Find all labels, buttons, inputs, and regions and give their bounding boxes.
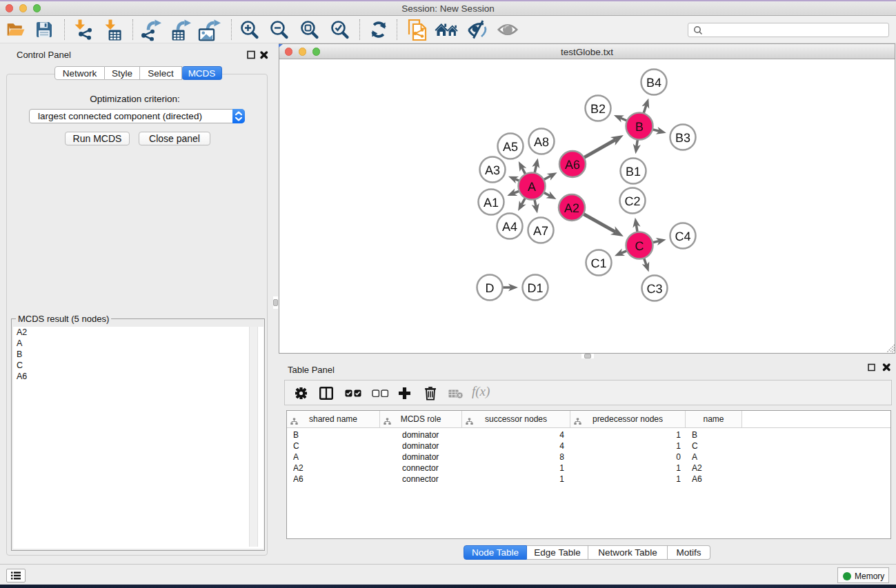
svg-text:D1: D1: [527, 281, 543, 295]
svg-text:A5: A5: [503, 140, 518, 154]
svg-text:C2: C2: [624, 194, 640, 208]
svg-text:A4: A4: [502, 220, 517, 234]
svg-text:B: B: [635, 120, 644, 134]
svg-text:A7: A7: [533, 224, 548, 238]
svg-text:C3: C3: [646, 282, 662, 296]
svg-text:B2: B2: [590, 102, 606, 116]
svg-text:D: D: [486, 281, 495, 295]
svg-text:A8: A8: [534, 135, 549, 149]
svg-text:C1: C1: [590, 256, 606, 270]
svg-text:C4: C4: [675, 230, 690, 243]
svg-text:A1: A1: [484, 196, 499, 210]
svg-text:B1: B1: [626, 165, 641, 179]
svg-text:C: C: [635, 239, 644, 253]
svg-text:A3: A3: [485, 163, 500, 177]
svg-text:A6: A6: [565, 158, 580, 172]
svg-text:A2: A2: [564, 201, 579, 215]
svg-text:A: A: [528, 180, 536, 194]
svg-text:B4: B4: [646, 76, 661, 90]
svg-text:B3: B3: [675, 131, 690, 145]
